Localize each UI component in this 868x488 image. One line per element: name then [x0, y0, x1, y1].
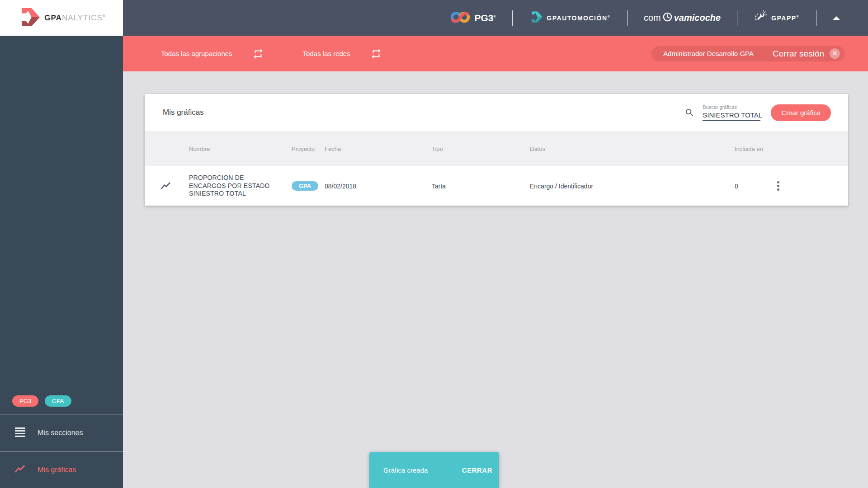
snackbar: Gráfica creada CERRAR [369, 452, 499, 488]
app-switcher-bar: PG3® GPAUTOMOCIÓN® com [123, 0, 868, 36]
comvamicoche-prefix: com [644, 13, 661, 23]
row-name: PROPORCION DE ENCARGOS POR ESTADO SINIES… [189, 174, 277, 198]
gpautomocion-logo[interactable]: GPAUTOMOCIÓN® [529, 11, 611, 25]
collapse-up-icon[interactable] [833, 16, 840, 20]
pg3-label: PG3® [474, 13, 496, 23]
gpapp-logo[interactable]: GPAPP® [754, 10, 800, 26]
sidebar-item-label: Mis secciones [38, 429, 83, 437]
gpautomocion-arrow-icon [529, 11, 542, 25]
search-icon[interactable] [684, 108, 695, 118]
logout-close-icon[interactable]: ✕ [830, 48, 840, 59]
menu-icon [14, 427, 26, 439]
badge-gpa[interactable]: GPA [45, 395, 71, 407]
sidebar-item-label: Mis gráficas [38, 466, 76, 474]
pg3-logo[interactable]: PG3® [450, 10, 496, 26]
line-chart-icon [14, 465, 26, 475]
sidebar: PG3 GPA Mis secciones [0, 36, 123, 488]
topbar-divider [816, 10, 816, 26]
networks-swap-icon[interactable] [370, 48, 382, 60]
charts-card: Mis gráficas Buscar gráficas SINIESTRO T… [145, 94, 848, 206]
column-header-incluida-en: Incluida en [735, 145, 775, 152]
sidebar-item-mis-secciones[interactable]: Mis secciones [0, 414, 123, 451]
column-header-tipo: Tipo [432, 145, 530, 152]
content-area: Mis gráficas Buscar gráficas SINIESTRO T… [123, 71, 868, 488]
column-header-fecha: Fecha [325, 145, 432, 152]
topbar-divider [627, 10, 627, 26]
search-input-value: SINIESTRO TOTAL [703, 111, 762, 119]
networks-filter-label[interactable]: Todas las redes [303, 50, 350, 57]
card-header: Mis gráficas Buscar gráficas SINIESTRO T… [145, 94, 848, 131]
gpapp-label: GPAPP® [771, 14, 800, 22]
search-input-label: Buscar gráficas [703, 104, 760, 110]
header: GPANALYTICS® PG3® G [0, 0, 868, 36]
main-area: Todas las agrupaciones Todas las redes A… [123, 36, 868, 488]
sidebar-bottom: PG3 GPA Mis secciones [0, 395, 123, 488]
row-project-badge: GPA [292, 181, 318, 191]
column-header-nombre: Nombre [189, 145, 292, 152]
groupings-swap-icon[interactable] [252, 48, 264, 60]
page-title: Mis gráficas [163, 108, 204, 117]
sidebar-item-mis-graficas[interactable]: Mis gráficas [0, 451, 123, 488]
clock-icon [662, 12, 673, 24]
gpautomocion-label: GPAUTOMOCIÓN® [547, 14, 611, 22]
comvamicoche-logo[interactable]: com vamicoche [644, 12, 721, 24]
gpanalytics-logo[interactable]: GPANALYTICS® [0, 0, 123, 36]
search-input[interactable]: Buscar gráficas SINIESTRO TOTAL [703, 104, 760, 121]
logout-button[interactable]: Cerrar sesión [773, 49, 824, 59]
snackbar-close-button[interactable]: CERRAR [462, 466, 492, 474]
user-session-pill: Administrador Desarrollo GPA Cerrar sesi… [651, 46, 845, 61]
user-name: Administrador Desarrollo GPA [663, 50, 754, 57]
row-data: Encargo / Identificador [530, 183, 735, 190]
gpapp-wrench-icon [754, 10, 767, 26]
sidebar-badges: PG3 GPA [0, 395, 123, 414]
create-chart-button[interactable]: Crear gráfica [771, 104, 831, 121]
comvamicoche-suffix: vamicoche [674, 13, 721, 23]
table-header-row: Nombre Proyecto Fecha Tipo Datos Incluid… [145, 131, 848, 166]
gpanalytics-wordmark: GPANALYTICS® [44, 14, 105, 23]
row-included-in: 0 [735, 183, 775, 190]
groupings-filter-label[interactable]: Todas las agrupaciones [161, 50, 232, 57]
topbar-divider [512, 10, 513, 26]
row-menu-icon[interactable] [775, 178, 781, 193]
snackbar-message: Gráfica creada [383, 466, 462, 474]
filter-bar: Todas las agrupaciones Todas las redes A… [123, 36, 868, 71]
row-type: Tarta [432, 183, 530, 190]
row-date: 08/02/2018 [325, 183, 432, 190]
row-chart-type-icon [145, 182, 189, 190]
column-header-datos: Datos [530, 145, 735, 152]
topbar-divider [737, 10, 737, 26]
column-header-proyecto: Proyecto [292, 145, 325, 152]
badge-pg3[interactable]: PG3 [12, 395, 38, 407]
gpanalytics-arrow-icon [17, 7, 40, 29]
pg3-infinity-icon [450, 10, 470, 26]
table-row[interactable]: PROPORCION DE ENCARGOS POR ESTADO SINIES… [145, 166, 848, 206]
